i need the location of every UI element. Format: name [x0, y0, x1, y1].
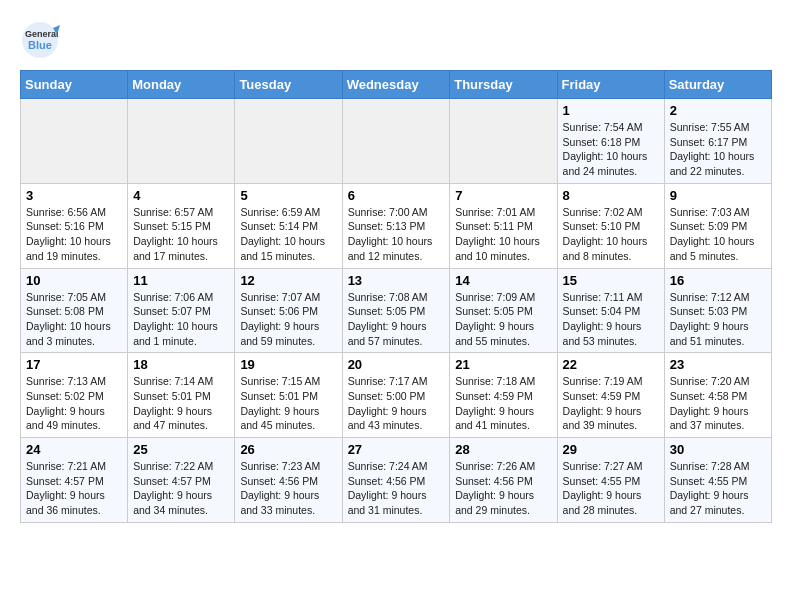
- day-number: 18: [133, 357, 229, 372]
- day-number: 25: [133, 442, 229, 457]
- day-detail: Sunrise: 7:05 AM Sunset: 5:08 PM Dayligh…: [26, 291, 111, 347]
- day-number: 24: [26, 442, 122, 457]
- calendar-cell: 23Sunrise: 7:20 AM Sunset: 4:58 PM Dayli…: [664, 353, 771, 438]
- day-number: 14: [455, 273, 551, 288]
- day-detail: Sunrise: 7:07 AM Sunset: 5:06 PM Dayligh…: [240, 291, 320, 347]
- day-detail: Sunrise: 7:28 AM Sunset: 4:55 PM Dayligh…: [670, 460, 750, 516]
- day-detail: Sunrise: 7:02 AM Sunset: 5:10 PM Dayligh…: [563, 206, 648, 262]
- day-number: 4: [133, 188, 229, 203]
- day-detail: Sunrise: 7:01 AM Sunset: 5:11 PM Dayligh…: [455, 206, 540, 262]
- day-number: 26: [240, 442, 336, 457]
- calendar-cell: 17Sunrise: 7:13 AM Sunset: 5:02 PM Dayli…: [21, 353, 128, 438]
- page-header: General Blue: [20, 20, 772, 60]
- day-number: 16: [670, 273, 766, 288]
- day-detail: Sunrise: 7:17 AM Sunset: 5:00 PM Dayligh…: [348, 375, 428, 431]
- day-number: 15: [563, 273, 659, 288]
- calendar-cell: [235, 99, 342, 184]
- col-header-wednesday: Wednesday: [342, 71, 450, 99]
- calendar-week-2: 3Sunrise: 6:56 AM Sunset: 5:16 PM Daylig…: [21, 183, 772, 268]
- calendar-cell: 4Sunrise: 6:57 AM Sunset: 5:15 PM Daylig…: [128, 183, 235, 268]
- col-header-tuesday: Tuesday: [235, 71, 342, 99]
- day-number: 23: [670, 357, 766, 372]
- col-header-sunday: Sunday: [21, 71, 128, 99]
- logo-container: General Blue: [20, 20, 60, 60]
- day-number: 11: [133, 273, 229, 288]
- day-number: 9: [670, 188, 766, 203]
- calendar-cell: 10Sunrise: 7:05 AM Sunset: 5:08 PM Dayli…: [21, 268, 128, 353]
- day-detail: Sunrise: 7:22 AM Sunset: 4:57 PM Dayligh…: [133, 460, 213, 516]
- calendar-cell: 18Sunrise: 7:14 AM Sunset: 5:01 PM Dayli…: [128, 353, 235, 438]
- calendar-cell: 30Sunrise: 7:28 AM Sunset: 4:55 PM Dayli…: [664, 438, 771, 523]
- calendar-week-5: 24Sunrise: 7:21 AM Sunset: 4:57 PM Dayli…: [21, 438, 772, 523]
- day-detail: Sunrise: 7:23 AM Sunset: 4:56 PM Dayligh…: [240, 460, 320, 516]
- day-number: 28: [455, 442, 551, 457]
- day-number: 30: [670, 442, 766, 457]
- day-detail: Sunrise: 7:21 AM Sunset: 4:57 PM Dayligh…: [26, 460, 106, 516]
- day-number: 29: [563, 442, 659, 457]
- day-number: 17: [26, 357, 122, 372]
- calendar-cell: 7Sunrise: 7:01 AM Sunset: 5:11 PM Daylig…: [450, 183, 557, 268]
- day-detail: Sunrise: 7:26 AM Sunset: 4:56 PM Dayligh…: [455, 460, 535, 516]
- calendar-cell: 5Sunrise: 6:59 AM Sunset: 5:14 PM Daylig…: [235, 183, 342, 268]
- calendar-cell: 24Sunrise: 7:21 AM Sunset: 4:57 PM Dayli…: [21, 438, 128, 523]
- calendar-cell: 12Sunrise: 7:07 AM Sunset: 5:06 PM Dayli…: [235, 268, 342, 353]
- day-detail: Sunrise: 7:13 AM Sunset: 5:02 PM Dayligh…: [26, 375, 106, 431]
- calendar-cell: 28Sunrise: 7:26 AM Sunset: 4:56 PM Dayli…: [450, 438, 557, 523]
- calendar-cell: 21Sunrise: 7:18 AM Sunset: 4:59 PM Dayli…: [450, 353, 557, 438]
- day-number: 19: [240, 357, 336, 372]
- day-number: 27: [348, 442, 445, 457]
- calendar-cell: 6Sunrise: 7:00 AM Sunset: 5:13 PM Daylig…: [342, 183, 450, 268]
- col-header-friday: Friday: [557, 71, 664, 99]
- calendar-cell: 20Sunrise: 7:17 AM Sunset: 5:00 PM Dayli…: [342, 353, 450, 438]
- day-number: 2: [670, 103, 766, 118]
- day-number: 12: [240, 273, 336, 288]
- calendar-cell: [450, 99, 557, 184]
- day-number: 7: [455, 188, 551, 203]
- day-detail: Sunrise: 7:09 AM Sunset: 5:05 PM Dayligh…: [455, 291, 535, 347]
- day-detail: Sunrise: 7:03 AM Sunset: 5:09 PM Dayligh…: [670, 206, 755, 262]
- day-detail: Sunrise: 7:55 AM Sunset: 6:17 PM Dayligh…: [670, 121, 755, 177]
- calendar-cell: 2Sunrise: 7:55 AM Sunset: 6:17 PM Daylig…: [664, 99, 771, 184]
- day-number: 6: [348, 188, 445, 203]
- day-detail: Sunrise: 7:24 AM Sunset: 4:56 PM Dayligh…: [348, 460, 428, 516]
- day-detail: Sunrise: 7:19 AM Sunset: 4:59 PM Dayligh…: [563, 375, 643, 431]
- day-number: 10: [26, 273, 122, 288]
- day-detail: Sunrise: 7:18 AM Sunset: 4:59 PM Dayligh…: [455, 375, 535, 431]
- calendar-cell: 25Sunrise: 7:22 AM Sunset: 4:57 PM Dayli…: [128, 438, 235, 523]
- day-number: 20: [348, 357, 445, 372]
- calendar-cell: [21, 99, 128, 184]
- calendar-cell: 27Sunrise: 7:24 AM Sunset: 4:56 PM Dayli…: [342, 438, 450, 523]
- calendar-cell: 9Sunrise: 7:03 AM Sunset: 5:09 PM Daylig…: [664, 183, 771, 268]
- calendar-week-3: 10Sunrise: 7:05 AM Sunset: 5:08 PM Dayli…: [21, 268, 772, 353]
- col-header-saturday: Saturday: [664, 71, 771, 99]
- svg-text:Blue: Blue: [28, 39, 52, 51]
- calendar-cell: 14Sunrise: 7:09 AM Sunset: 5:05 PM Dayli…: [450, 268, 557, 353]
- calendar-week-1: 1Sunrise: 7:54 AM Sunset: 6:18 PM Daylig…: [21, 99, 772, 184]
- calendar-cell: 3Sunrise: 6:56 AM Sunset: 5:16 PM Daylig…: [21, 183, 128, 268]
- day-number: 8: [563, 188, 659, 203]
- day-number: 21: [455, 357, 551, 372]
- calendar-table: SundayMondayTuesdayWednesdayThursdayFrid…: [20, 70, 772, 523]
- day-detail: Sunrise: 6:57 AM Sunset: 5:15 PM Dayligh…: [133, 206, 218, 262]
- day-detail: Sunrise: 7:00 AM Sunset: 5:13 PM Dayligh…: [348, 206, 433, 262]
- calendar-cell: 19Sunrise: 7:15 AM Sunset: 5:01 PM Dayli…: [235, 353, 342, 438]
- day-detail: Sunrise: 7:27 AM Sunset: 4:55 PM Dayligh…: [563, 460, 643, 516]
- day-detail: Sunrise: 7:54 AM Sunset: 6:18 PM Dayligh…: [563, 121, 648, 177]
- calendar-cell: 8Sunrise: 7:02 AM Sunset: 5:10 PM Daylig…: [557, 183, 664, 268]
- day-number: 13: [348, 273, 445, 288]
- calendar-cell: 29Sunrise: 7:27 AM Sunset: 4:55 PM Dayli…: [557, 438, 664, 523]
- calendar-cell: [128, 99, 235, 184]
- logo-icon: General Blue: [20, 20, 60, 60]
- day-detail: Sunrise: 7:20 AM Sunset: 4:58 PM Dayligh…: [670, 375, 750, 431]
- calendar-cell: 16Sunrise: 7:12 AM Sunset: 5:03 PM Dayli…: [664, 268, 771, 353]
- day-number: 3: [26, 188, 122, 203]
- calendar-cell: 15Sunrise: 7:11 AM Sunset: 5:04 PM Dayli…: [557, 268, 664, 353]
- calendar-cell: [342, 99, 450, 184]
- day-detail: Sunrise: 6:56 AM Sunset: 5:16 PM Dayligh…: [26, 206, 111, 262]
- day-detail: Sunrise: 7:14 AM Sunset: 5:01 PM Dayligh…: [133, 375, 213, 431]
- day-number: 22: [563, 357, 659, 372]
- day-detail: Sunrise: 7:06 AM Sunset: 5:07 PM Dayligh…: [133, 291, 218, 347]
- calendar-cell: 26Sunrise: 7:23 AM Sunset: 4:56 PM Dayli…: [235, 438, 342, 523]
- calendar-cell: 1Sunrise: 7:54 AM Sunset: 6:18 PM Daylig…: [557, 99, 664, 184]
- day-number: 1: [563, 103, 659, 118]
